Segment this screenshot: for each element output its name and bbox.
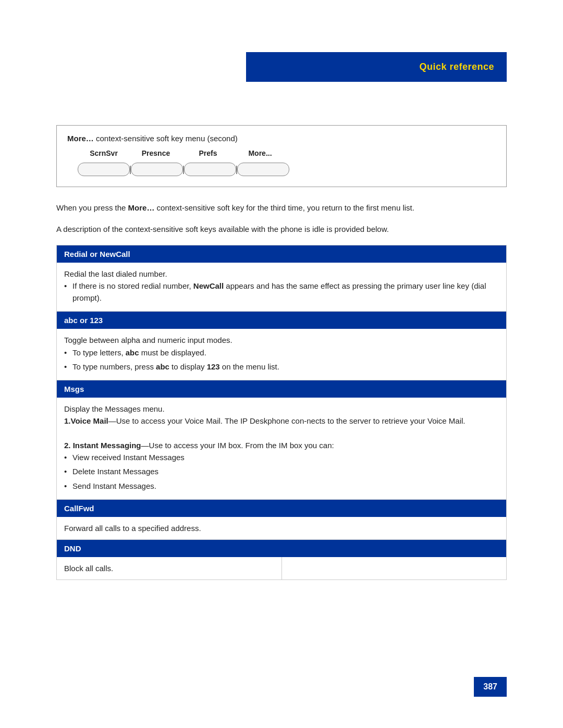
softkey-key-labels: ScrnSvr Presnce Prefs More... [67,149,496,157]
bullet-msgs-3: Send Instant Messages. [64,480,499,492]
paragraph-1: When you press the More… context-sensiti… [56,202,507,214]
key-label-3: Prefs [182,149,234,157]
row-content-msgs: Display the Messages menu. 1.Voice Mail—… [57,398,507,499]
row-content-abc: Toggle between alpha and numeric input m… [57,329,507,380]
softkey-menu-title-rest: context-sensitive soft key menu (second) [94,134,238,143]
row-header-redial: Redial or NewCall [57,245,507,263]
key-label-4: More... [234,149,286,157]
bullet-redial-1: If there is no stored redial number, New… [64,280,499,304]
row-content-callfwd: Forward all calls to a specified address… [57,517,507,540]
content-callfwd: Forward all calls to a specified address… [57,517,507,540]
header-label-abc: abc or 123 [57,312,507,329]
paragraph-2: A description of the context-sensitive s… [56,223,507,235]
reference-table: Redial or NewCall Redial the last dialed… [56,245,507,581]
content-abc: Toggle between alpha and numeric input m… [57,329,507,380]
bullet-msgs-2: Delete Instant Messages [64,465,499,477]
row-content-redial: Redial the last dialed number. If there … [57,263,507,312]
softkey-menu-box: More… context-sensitive soft key menu (s… [56,125,507,187]
page-title: Quick reference [419,61,494,72]
header-bar: Quick reference [246,52,507,82]
header-label-msgs: Msgs [57,380,507,398]
content-msgs: Display the Messages menu. 1.Voice Mail—… [57,398,507,499]
softkey-menu-title: More… context-sensitive soft key menu (s… [67,134,496,143]
bullet-list-msgs: View received Instant Messages Delete In… [64,451,499,492]
page-number: 387 [474,677,507,697]
key-label-2: Presnce [130,149,182,157]
header-label-redial: Redial or NewCall [57,245,507,263]
row-content-dnd: Block all calls. [57,557,507,580]
content-dnd-left: Block all calls. [57,557,282,580]
bullet-abc-1: To type letters, abc must be displayed. [64,347,499,359]
row-header-dnd: DND [57,540,507,558]
header-label-callfwd: CallFwd [57,499,507,517]
row-header-callfwd: CallFwd [57,499,507,517]
softkey-btn-4[interactable] [237,163,289,176]
bullet-abc-2: To type numbers, press abc to display 12… [64,361,499,373]
content-redial: Redial the last dialed number. If there … [57,263,507,312]
header-label-dnd: DND [57,540,507,558]
content-dnd-right [282,557,507,580]
row-header-msgs: Msgs [57,380,507,398]
main-content: More… context-sensitive soft key menu (s… [56,125,507,580]
row-header-abc: abc or 123 [57,312,507,329]
softkey-btn-1[interactable] [78,163,130,176]
softkey-buttons-row [67,163,496,176]
softkey-btn-3[interactable] [184,163,236,176]
more-bold: More… [128,203,155,212]
softkey-menu-title-bold: More… [67,134,94,143]
bullet-list-abc: To type letters, abc must be displayed. … [64,347,499,373]
key-label-1: ScrnSvr [78,149,130,157]
bullet-list-redial: If there is no stored redial number, New… [64,280,499,304]
bullet-msgs-1: View received Instant Messages [64,451,499,463]
softkey-btn-2[interactable] [131,163,183,176]
